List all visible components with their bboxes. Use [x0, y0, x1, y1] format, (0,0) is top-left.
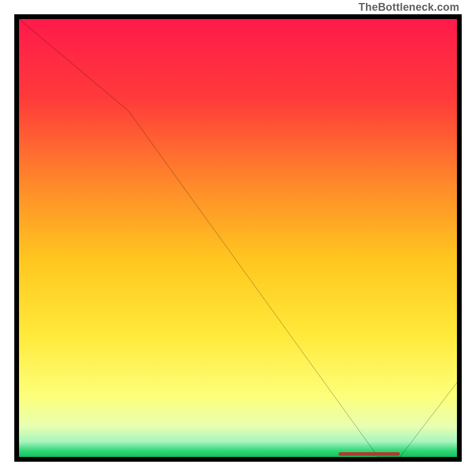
attribution-label: TheBottleneck.com — [359, 1, 459, 14]
chart-series-curve — [19, 19, 457, 457]
chart-optimal-marker — [339, 452, 400, 456]
chart-frame — [14, 14, 462, 462]
chart-line-plot — [19, 19, 457, 457]
